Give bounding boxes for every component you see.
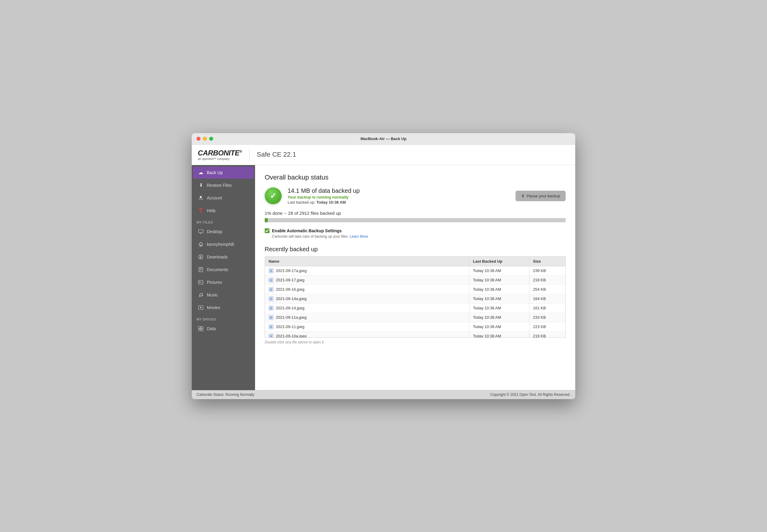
- status-info: 14.1 MB of data backed up Your backup is…: [288, 187, 360, 205]
- table-hint: Double-click any file above to open it: [265, 340, 565, 344]
- svg-rect-2: [200, 245, 202, 246]
- file-backed-cell: Today 10:38 AM: [469, 266, 529, 275]
- traffic-lights: [197, 137, 213, 141]
- col-header-size: Size: [529, 257, 565, 266]
- table-row[interactable]: 2021-09-17.jpeg Today 10:38 AM 218 KB: [265, 275, 565, 285]
- checkbox-row[interactable]: Enable Automatic Backup Settings: [265, 228, 565, 233]
- sidebar: ☁ Back Up ⬇ Restore Files Account ❓ Help…: [192, 165, 255, 390]
- sidebar-item-label: Documents: [207, 267, 228, 272]
- sidebar-item-data[interactable]: Data: [193, 323, 254, 335]
- file-size-cell: 239 KB: [529, 266, 565, 275]
- progress-bar: [265, 218, 565, 222]
- pictures-icon: [198, 279, 204, 285]
- table-row[interactable]: 2021-09-11.jpeg Today 10:38 AM 223 KB: [265, 322, 565, 331]
- sidebar-item-restore[interactable]: ⬇ Restore Files: [193, 179, 254, 191]
- my-drives-label: MY DRIVES: [192, 314, 255, 322]
- table-header-row: Name Last Backed Up Size: [265, 257, 565, 266]
- close-button[interactable]: [197, 137, 201, 141]
- file-name-cell: 2021-09-14a.jpeg: [265, 294, 469, 303]
- table-row[interactable]: 2021-09-14.jpeg Today 10:38 AM 161 KB: [265, 303, 565, 313]
- running-status: Your backup is running normally: [288, 195, 360, 199]
- movies-icon: [198, 305, 204, 311]
- opentext-sub: an opentext™ company: [198, 157, 242, 161]
- file-backed-cell: Today 10:38 AM: [469, 294, 529, 303]
- status-icon: ✓: [265, 187, 282, 204]
- sidebar-item-help[interactable]: ❓ Help: [193, 205, 254, 217]
- status-left: Carbonite Status: Running Normally: [197, 393, 254, 397]
- setting-description: Carbonite will take care of backing up y…: [265, 234, 565, 239]
- sidebar-item-account[interactable]: Account: [193, 192, 254, 204]
- table-row[interactable]: 2021-09-10a.jpeg Today 10:38 AM 219 KB: [265, 331, 565, 338]
- cloud-icon: ☁: [198, 170, 204, 176]
- sidebar-item-label: Back Up: [207, 170, 223, 175]
- sidebar-item-movies[interactable]: Movies: [193, 302, 254, 314]
- recently-title: Recently backed up: [265, 246, 565, 253]
- checkmark-icon: ✓: [270, 191, 277, 201]
- svg-point-0: [200, 196, 202, 198]
- file-backed-cell: Today 10:38 AM: [469, 275, 529, 285]
- col-header-name: Name: [265, 257, 469, 266]
- files-table: Name Last Backed Up Size: [265, 257, 565, 338]
- table-row[interactable]: 2021-09-14a.jpeg Today 10:38 AM 164 KB: [265, 294, 565, 303]
- progress-label: 1% done -- 28 of 2912 files backed up: [265, 211, 565, 216]
- statusbar: Carbonite Status: Running Normally Copyr…: [192, 390, 575, 399]
- sidebar-item-music[interactable]: Music: [193, 289, 254, 301]
- window-title: MacBook-Air — Back Up: [361, 136, 406, 141]
- svg-rect-1: [199, 230, 203, 233]
- restore-icon: ⬇: [198, 182, 204, 188]
- table-row[interactable]: 2021-09-17a.jpeg Today 10:38 AM 239 KB: [265, 266, 565, 275]
- file-name-cell: 2021-09-10a.jpeg: [265, 331, 469, 338]
- sidebar-item-label: Restore Files: [207, 183, 232, 188]
- sidebar-item-label: Pictures: [207, 280, 222, 285]
- auto-backup-setting: Enable Automatic Backup Settings Carboni…: [265, 228, 565, 239]
- learn-more-link[interactable]: Learn More: [349, 234, 368, 239]
- file-backed-cell: Today 10:38 AM: [469, 313, 529, 322]
- file-backed-cell: Today 10:38 AM: [469, 322, 529, 331]
- file-icon: [269, 315, 274, 320]
- overall-title: Overall backup status: [265, 174, 565, 181]
- sidebar-item-desktop[interactable]: Desktop: [193, 226, 254, 238]
- sidebar-item-label: Downloads: [207, 255, 228, 259]
- file-name-cell: 2021-09-11a.jpeg: [265, 313, 469, 322]
- desktop-icon: [198, 229, 204, 235]
- sidebar-item-pictures[interactable]: Pictures: [193, 276, 254, 288]
- file-size-cell: 218 KB: [529, 275, 565, 285]
- my-files-label: MY FILES: [192, 217, 255, 225]
- sidebar-item-documents[interactable]: Documents: [193, 264, 254, 276]
- file-size-cell: 164 KB: [529, 294, 565, 303]
- svg-rect-5: [199, 280, 203, 284]
- sidebar-item-downloads[interactable]: Downloads: [193, 251, 254, 263]
- minimize-button[interactable]: [203, 137, 207, 141]
- file-icon: [269, 278, 274, 283]
- progress-fill: [265, 218, 268, 222]
- file-icon: [269, 287, 274, 292]
- file-size-cell: 223 KB: [529, 322, 565, 331]
- table-row[interactable]: 2021-09-11a.jpeg Today 10:38 AM 233 KB: [265, 313, 565, 322]
- file-name-cell: 2021-09-17.jpeg: [265, 275, 469, 285]
- file-name-cell: 2021-09-17a.jpeg: [265, 266, 469, 275]
- auto-backup-checkbox[interactable]: [265, 228, 270, 233]
- music-icon: [198, 292, 204, 298]
- files-scroll-container[interactable]: Name Last Backed Up Size: [265, 256, 565, 338]
- app-window: MacBook-Air — Back Up CARBONITE® an open…: [192, 133, 575, 399]
- file-name-cell: 2021-09-16.jpeg: [265, 285, 469, 294]
- brand-logo: CARBONITE®: [198, 149, 242, 157]
- app-header: CARBONITE® an opentext™ company Safe CE …: [192, 145, 575, 165]
- data-backed-up: 14.1 MB of data backed up: [288, 187, 360, 194]
- sidebar-item-label: Movies: [207, 305, 220, 310]
- sidebar-item-label: Account: [207, 196, 222, 200]
- table-row[interactable]: 2021-09-16.jpeg Today 10:38 AM 254 KB: [265, 285, 565, 294]
- documents-icon: [198, 267, 204, 273]
- help-icon: ❓: [198, 208, 204, 214]
- file-icon: [269, 324, 274, 329]
- zoom-button[interactable]: [209, 137, 213, 141]
- product-name: Safe CE 22.1: [257, 151, 296, 158]
- sidebar-item-label: Data: [207, 326, 216, 331]
- sidebar-item-home[interactable]: kennyhemphill: [193, 238, 254, 250]
- sidebar-item-label: Desktop: [207, 229, 222, 234]
- file-icon: [269, 334, 274, 338]
- sidebar-item-backup[interactable]: ☁ Back Up: [193, 167, 254, 179]
- pause-backup-button[interactable]: ⏸ Pause your backup: [515, 191, 565, 201]
- file-icon: [269, 268, 274, 273]
- status-card: ✓ 14.1 MB of data backed up Your backup …: [265, 187, 565, 205]
